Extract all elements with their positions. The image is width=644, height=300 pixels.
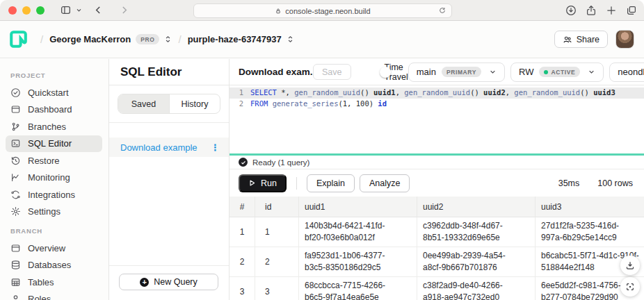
tab-saved[interactable]: Saved xyxy=(118,94,169,113)
download-circle-icon[interactable] xyxy=(565,5,577,16)
table-cell[interactable]: 140b3b4d-6421-41fd-bf20-f03e6b0a012f xyxy=(299,217,417,247)
branch-icon xyxy=(10,122,21,132)
project-breadcrumb[interactable]: purple-haze-63747937 xyxy=(188,34,294,44)
status-dot xyxy=(544,70,548,74)
run-button[interactable]: Run xyxy=(239,174,287,192)
org-name: George MacKerron xyxy=(49,34,131,44)
sidebar-item-dashboard[interactable]: Dashboard xyxy=(6,101,102,119)
check-circle-icon xyxy=(10,88,21,98)
table-cell[interactable]: 3 xyxy=(230,277,255,300)
tabs-overview-icon[interactable] xyxy=(626,5,637,16)
code-line[interactable]: 2FROM generate_series(1, 100) id xyxy=(230,99,644,110)
sidebar-item-label: Databases xyxy=(28,260,71,270)
share-button[interactable]: Share xyxy=(554,31,608,48)
column-header-num[interactable]: # xyxy=(230,197,255,217)
table-cell[interactable]: c38f2ad9-de40-4266-a918-ae947c732ed0 xyxy=(417,277,536,300)
table-cell[interactable]: 2 xyxy=(255,247,299,277)
compute-name: RW xyxy=(519,67,533,77)
sidebar-item-tables[interactable]: Tables xyxy=(6,274,102,291)
sidebar-item-databases[interactable]: Databases xyxy=(6,257,102,274)
column-header-uuid3[interactable]: uuid3 xyxy=(536,197,644,217)
database-name: neondb xyxy=(618,67,644,77)
sidebar-item-branches[interactable]: Branches xyxy=(6,118,102,135)
share-label: Share xyxy=(577,35,599,44)
saved-query-item[interactable]: Download example ⋮ xyxy=(109,138,229,157)
people-icon xyxy=(563,35,572,44)
plus-icon: + xyxy=(140,278,149,287)
unfold-icon[interactable] xyxy=(287,35,294,44)
lock-icon xyxy=(275,8,282,15)
sidebar-item-settings[interactable]: Settings xyxy=(6,203,102,221)
sql-icon xyxy=(10,138,21,149)
sidebar-item-integrations[interactable]: Integrations xyxy=(6,186,102,203)
save-button[interactable]: Save xyxy=(313,64,351,80)
sidebar-item-restore[interactable]: Restore xyxy=(6,152,102,169)
sidebar-item-overview[interactable]: Overview xyxy=(6,240,102,257)
share-box-icon[interactable] xyxy=(586,5,597,16)
column-header-uuid2[interactable]: uuid2 xyxy=(417,197,536,217)
neon-logo[interactable] xyxy=(10,31,27,48)
new-query-button[interactable]: + New Query xyxy=(119,274,218,290)
minimize-window-button[interactable] xyxy=(22,6,31,15)
database-select[interactable]: neondb xyxy=(609,62,644,82)
sidebar-item-label: Integrations xyxy=(28,190,75,200)
table-cell[interactable]: 0ee499ab-2939-4a54-a8cf-9b667b701876 xyxy=(417,247,536,277)
explain-button[interactable]: Explain xyxy=(307,174,355,192)
tab-history[interactable]: History xyxy=(169,94,220,113)
line-number: 2 xyxy=(230,99,250,110)
sidebar-item-label: Roles xyxy=(28,294,51,300)
expand-results-button[interactable] xyxy=(620,277,640,297)
analyze-button[interactable]: Analyze xyxy=(360,174,410,192)
forward-icon[interactable] xyxy=(119,5,129,15)
table-cell[interactable]: c3962ddb-348f-4d67-8b51-19332d69e65e xyxy=(417,217,536,247)
table-cell[interactable]: 2 xyxy=(230,247,255,277)
table-cell[interactable]: 27d1f2fa-5235-416d-997a-6b29c5e14cc9 xyxy=(536,217,644,247)
chevron-down-icon[interactable] xyxy=(76,7,82,13)
org-breadcrumb[interactable]: George MacKerron PRO xyxy=(49,34,172,44)
table-cell[interactable]: 1 xyxy=(255,217,299,247)
new-query-label: New Query xyxy=(154,277,198,287)
reload-icon[interactable] xyxy=(438,6,446,15)
sidebar-item-label: Restore xyxy=(28,156,60,166)
address-bar[interactable]: console-stage.neon.build xyxy=(193,3,452,18)
query-duration: 35ms xyxy=(558,178,580,188)
section-title: PROJECT xyxy=(10,72,108,79)
compute-select[interactable]: RW ACTIVE xyxy=(510,62,604,82)
kebab-menu-icon[interactable]: ⋮ xyxy=(211,142,229,153)
table-icon xyxy=(10,277,21,288)
sql-code-editor[interactable]: 1SELECT *, gen_random_uuid() uuid1, gen_… xyxy=(230,85,644,153)
table-cell[interactable]: fa9523d1-1b06-4377-b3c5-8350186d29c5 xyxy=(299,247,417,277)
restore-icon xyxy=(10,156,21,166)
table-cell[interactable]: 3 xyxy=(255,277,299,300)
unfold-icon[interactable] xyxy=(164,35,172,44)
column-header-id[interactable]: id xyxy=(255,197,299,217)
branch-select[interactable]: main PRIMARY xyxy=(408,62,505,82)
table-cell[interactable]: 68ccbcca-7715-4266-b6c5-9f7a14ea6e5e xyxy=(299,277,417,300)
plus-icon[interactable] xyxy=(606,5,617,16)
back-icon[interactable] xyxy=(93,5,104,15)
sidebar-item-sql-editor[interactable]: SQL Editor xyxy=(6,135,102,153)
table-cell[interactable]: 1 xyxy=(230,217,255,247)
query-status-bar: Ready (1 query) xyxy=(230,156,644,169)
check-circle-icon xyxy=(239,158,248,167)
app-window: console-stage.neon.build / George MacKer… xyxy=(0,0,644,300)
project-name: purple-haze-63747937 xyxy=(188,34,282,44)
column-header-uuid1[interactable]: uuid1 xyxy=(299,197,417,217)
code-line[interactable]: 1SELECT *, gen_random_uuid() uuid1, gen_… xyxy=(230,88,644,99)
breadcrumb-divider: / xyxy=(178,33,181,45)
page-title: SQL Editor xyxy=(109,59,229,85)
query-actions: Run Explain Analyze 35ms 100 rows xyxy=(230,169,644,197)
download-results-button[interactable] xyxy=(620,256,640,275)
close-window-button[interactable] xyxy=(8,6,17,15)
saved-query-label: Download example xyxy=(109,142,211,153)
sidebar-item-monitoring[interactable]: Monitoring xyxy=(6,169,102,187)
user-avatar[interactable] xyxy=(615,30,634,49)
zoom-window-button[interactable] xyxy=(36,6,45,15)
breadcrumb-divider: / xyxy=(40,33,43,45)
sidebar-item-roles[interactable]: Roles xyxy=(6,291,102,300)
divider xyxy=(296,177,297,190)
play-icon xyxy=(248,179,256,187)
sidebar-toggle-icon[interactable] xyxy=(60,4,72,16)
query-title: Download exam... xyxy=(239,67,313,77)
sidebar-item-quickstart[interactable]: Quickstart xyxy=(6,84,102,101)
